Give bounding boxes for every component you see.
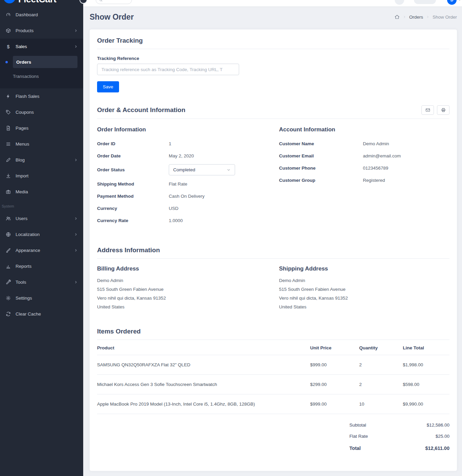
chevron-right-icon — [74, 233, 78, 236]
items-ordered-heading: Items Ordered — [97, 328, 449, 335]
print-button[interactable] — [437, 105, 449, 115]
product-name: SAMSUNG QN32Q50RAFXZA Flat 32" QLED — [97, 362, 310, 367]
sales-submenu: Orders Transactions — [0, 55, 83, 88]
order-card: Order Tracking Tracking Reference Save O… — [90, 29, 457, 471]
sidebar-nav: Dashboard Products $ Sales Ord — [0, 4, 83, 322]
sidebar-item-users[interactable]: Users — [0, 211, 83, 226]
chevron-right-icon — [74, 280, 78, 284]
sidebar-group-sales: $ Sales Orders Transactions — [0, 39, 83, 88]
sidebar-item-sales[interactable]: $ Sales — [0, 39, 83, 55]
quantity: 10 — [359, 402, 403, 407]
product-name: Apple MacBook Pro 2019 Model (13-Inch, I… — [97, 402, 310, 407]
sidebar-section-system: System — [0, 200, 83, 211]
globe-icon — [5, 232, 11, 237]
sidebar-item-clear-cache[interactable]: Clear Cache — [0, 306, 83, 322]
email-button[interactable] — [421, 105, 434, 115]
sidebar-item-products[interactable]: Products — [0, 23, 83, 39]
pen-icon — [5, 157, 11, 163]
billing-address-line: Vero nihil qui dicta, Kansas 91352 — [97, 296, 279, 301]
column-line-total: Line Total — [403, 345, 449, 350]
customer-name-row: Customer Name Demo Admin — [279, 140, 449, 147]
sidebar-item-flash-sales[interactable]: Flash Sales — [0, 88, 83, 104]
envelope-icon — [425, 108, 430, 112]
sidebar-subitem-label: Transactions — [13, 74, 39, 79]
quantity: 2 — [359, 362, 403, 367]
payment-method-row: Payment Method Cash On Delivery — [97, 192, 279, 200]
sidebar-item-pages[interactable]: Pages — [0, 120, 83, 136]
home-icon[interactable] — [394, 14, 400, 20]
active-dot-indicator — [5, 61, 8, 63]
payment-method-label: Payment Method — [97, 194, 169, 199]
sidebar-item-menus[interactable]: Menus — [0, 136, 83, 152]
sidebar-item-label: Blog — [16, 157, 25, 163]
shipping-address-line: United States — [279, 305, 449, 309]
customer-phone-row: Customer Phone 0123456789 — [279, 164, 449, 172]
save-button[interactable]: Save — [97, 81, 119, 92]
order-id-row: Order ID 1 — [97, 140, 279, 147]
shipping-method-row: Shipping Method Flat Rate — [97, 180, 279, 188]
product-name: Michael Kors Access Gen 3 Sofie Touchscr… — [97, 382, 310, 387]
currency-value: USD — [169, 206, 179, 211]
customer-group-label: Customer Group — [279, 178, 363, 183]
shipping-method-label: Shipping Method — [97, 181, 169, 187]
sidebar-item-blog[interactable]: Blog — [0, 152, 83, 168]
topbar-pill-button[interactable] — [414, 0, 436, 4]
chevron-right-icon — [74, 248, 78, 252]
table-row: Apple MacBook Pro 2019 Model (13-Inch, I… — [97, 394, 449, 414]
sidebar-item-label: Reports — [16, 264, 31, 269]
customer-email-value: admin@email.com — [363, 153, 401, 158]
chevron-right-icon — [74, 29, 78, 33]
shipping-address-line: Vero nihil qui dicta, Kansas 91352 — [279, 296, 449, 301]
account-information-heading: Account Information — [279, 126, 449, 133]
sidebar-item-import[interactable]: Import — [0, 168, 83, 184]
billing-address: Billing Address Demo Admin 515 South Gre… — [97, 265, 279, 313]
sidebar-item-tools[interactable]: Tools — [0, 274, 83, 290]
download-icon — [5, 173, 11, 178]
notification-button[interactable] — [395, 0, 404, 5]
sidebar-item-coupons[interactable]: Coupons — [0, 104, 83, 120]
customer-name-label: Customer Name — [279, 141, 363, 146]
logo[interactable]: F FleetCart — [0, 0, 83, 4]
order-status-select[interactable]: Completed — [169, 164, 235, 175]
sidebar-subitem-label: Orders — [16, 60, 31, 65]
unit-price: $999.00 — [310, 402, 359, 407]
sidebar: F FleetCart Dashboard Products $ — [0, 0, 83, 476]
total-value: $12,611.00 — [425, 446, 449, 451]
sidebar-item-dashboard[interactable]: Dashboard — [0, 7, 83, 23]
currency-rate-row: Currency Rate 1.0000 — [97, 217, 279, 224]
avatar[interactable]: D — [447, 0, 457, 5]
unit-price: $999.00 — [310, 362, 359, 367]
customer-email-row: Customer Email admin@email.com — [279, 152, 449, 159]
sidebar-item-reports[interactable]: Reports — [0, 258, 83, 274]
payment-method-value: Cash On Delivery — [169, 194, 205, 199]
sidebar-item-label: Settings — [16, 296, 32, 301]
order-account-heading-row: Order & Account Information — [97, 105, 449, 115]
users-icon — [5, 216, 11, 221]
subtotal-label: Subtotal — [349, 423, 366, 428]
line-total: $1,998.00 — [403, 362, 449, 367]
table-row: SAMSUNG QN32Q50RAFXZA Flat 32" QLED $999… — [97, 355, 449, 375]
sidebar-item-settings[interactable]: Settings — [0, 290, 83, 306]
divider — [97, 49, 449, 49]
column-unit-price: Unit Price — [310, 345, 359, 350]
sidebar-item-appearance[interactable]: Appearance — [0, 242, 83, 258]
tracking-reference-input[interactable] — [97, 64, 239, 75]
sidebar-item-label: Sales — [16, 44, 27, 49]
logo-icon: F — [3, 0, 16, 3]
billing-address-line: Demo Admin — [97, 278, 279, 283]
shipping-address: Shipping Address Demo Admin 515 South Gr… — [279, 265, 449, 313]
order-account-columns: Order Information Order ID 1 Order Date … — [97, 126, 449, 229]
sidebar-item-label: Clear Cache — [16, 311, 41, 317]
chevron-down-icon[interactable] — [458, 0, 461, 2]
sidebar-subitem-transactions[interactable]: Transactions — [13, 70, 77, 82]
shipping-address-heading: Shipping Address — [279, 265, 449, 272]
order-account-heading: Order & Account Information — [97, 106, 185, 114]
sidebar-item-localization[interactable]: Localization — [0, 226, 83, 242]
breadcrumb: Orders Show Order — [394, 14, 457, 20]
sidebar-subitem-orders[interactable]: Orders — [13, 56, 77, 68]
breadcrumb-orders-link[interactable]: Orders — [409, 15, 423, 20]
sidebar-item-media[interactable]: Media — [0, 184, 83, 200]
search-input[interactable] — [96, 0, 132, 4]
order-status-row: Order Status Completed — [97, 164, 279, 175]
breadcrumb-separator-icon — [403, 15, 406, 19]
